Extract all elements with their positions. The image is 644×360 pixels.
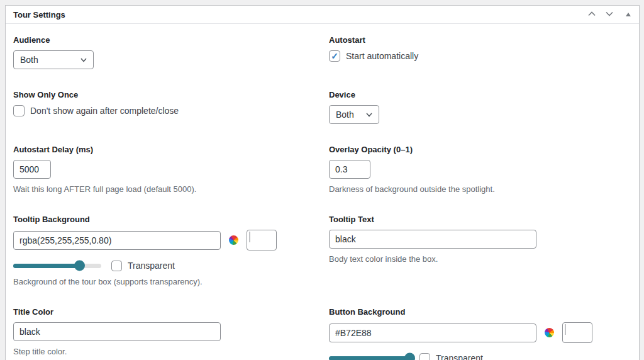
row-titlecolor-buttonbg: Title Color Step title color. Button Bac… [13, 307, 631, 360]
title-color-help: Step title color. [13, 347, 329, 356]
color-wheel-icon[interactable] [229, 235, 238, 245]
field-button-background: Button Background ✓ [329, 307, 631, 360]
metabox-handle-actions [585, 8, 633, 22]
overlay-opacity-help: Darkness of background outside the spotl… [329, 184, 631, 194]
button-background-label: Button Background [329, 307, 631, 317]
row-showonce-device: Show Only Once ✓ Don't show again after … [13, 90, 631, 124]
field-overlay-opacity: Overlay Opacity (0–1) Darkness of backgr… [329, 145, 631, 194]
slider-fill [329, 356, 409, 360]
tooltip-background-slider-row: ✓ Transparent [13, 260, 329, 271]
move-up-button[interactable] [585, 8, 599, 22]
field-autostart: Autostart ✓ Start automatically [329, 35, 631, 69]
metabox-header: Tour Settings [6, 6, 639, 24]
device-select-value: Both [336, 110, 354, 120]
metabox-body: Audience Both Autostart ✓ Start automati… [6, 24, 639, 360]
row-tooltipbg-tooltiptext: Tooltip Background ✓ [13, 215, 631, 286]
triangle-up-icon [625, 10, 631, 20]
button-background-transparent-checkbox[interactable]: ✓ [419, 353, 430, 360]
tooltip-text-label: Tooltip Text [329, 215, 631, 224]
slider-track[interactable] [13, 264, 101, 268]
device-select[interactable]: Both [329, 105, 379, 124]
panel-title: Tour Settings [13, 10, 65, 20]
autostart-delay-label: Autostart Delay (ms) [13, 145, 329, 154]
audience-label: Audience [13, 35, 329, 45]
device-label: Device [329, 90, 631, 99]
color-wheel-icon[interactable] [545, 328, 554, 337]
tooltip-background-transparent-row[interactable]: ✓ Transparent [111, 261, 175, 271]
audience-select-value: Both [20, 55, 38, 65]
button-background-input[interactable] [329, 323, 536, 342]
transparent-checkbox-label: Transparent [128, 261, 175, 271]
row-audience-autostart: Audience Both Autostart ✓ Start automati… [13, 35, 631, 69]
title-color-input[interactable] [13, 322, 221, 341]
show-only-once-checkbox[interactable]: ✓ [13, 105, 25, 116]
autostart-checkbox-row[interactable]: ✓ Start automatically [329, 50, 418, 62]
autostart-checkbox[interactable]: ✓ [329, 50, 340, 62]
show-only-once-label: Show Only Once [13, 90, 329, 99]
autostart-label: Autostart [329, 35, 631, 45]
field-title-color: Title Color Step title color. [13, 307, 329, 360]
show-only-once-checkbox-label: Don't show again after complete/close [30, 106, 179, 116]
field-tooltip-text: Tooltip Text Body text color inside the … [329, 215, 631, 286]
autostart-delay-help: Wait this long AFTER full page load (def… [13, 184, 329, 194]
toggle-panel-button[interactable] [624, 9, 633, 21]
slider-thumb[interactable] [74, 261, 85, 271]
autostart-checkbox-label: Start automatically [346, 51, 418, 61]
title-color-label: Title Color [13, 307, 329, 317]
move-down-button[interactable] [602, 8, 616, 22]
overlay-opacity-label: Overlay Opacity (0–1) [329, 145, 631, 154]
tour-settings-metabox: Tour Settings Audience [5, 5, 640, 360]
button-background-transparent-row[interactable]: ✓ Transparent [419, 353, 483, 360]
chevron-up-icon [586, 9, 597, 21]
field-autostart-delay: Autostart Delay (ms) Wait this long AFTE… [13, 145, 329, 194]
tooltip-background-opacity-slider[interactable] [13, 260, 101, 271]
select-chevron-icon [80, 56, 87, 64]
tooltip-text-input[interactable] [329, 230, 536, 249]
slider-thumb[interactable] [404, 353, 415, 360]
field-show-only-once: Show Only Once ✓ Don't show again after … [13, 90, 329, 124]
button-background-color-row [329, 322, 631, 343]
check-icon: ✓ [331, 52, 338, 60]
chevron-down-icon [604, 9, 615, 21]
tooltip-text-help: Body text color inside the box. [329, 254, 631, 264]
tooltip-background-swatch [247, 230, 277, 250]
button-background-slider-row: ✓ Transparent [329, 352, 631, 360]
button-background-opacity-slider[interactable] [329, 352, 409, 360]
row-delay-opacity: Autostart Delay (ms) Wait this long AFTE… [13, 145, 631, 194]
show-only-once-checkbox-row[interactable]: ✓ Don't show again after complete/close [13, 105, 179, 116]
tooltip-background-color-row [13, 230, 329, 250]
button-background-swatch [562, 322, 592, 343]
transparent-checkbox-label: Transparent [436, 353, 483, 360]
tooltip-background-help: Background of the tour box (supports tra… [13, 277, 329, 286]
autostart-delay-input[interactable] [13, 160, 51, 179]
field-device: Device Both [329, 90, 631, 124]
tooltip-background-input[interactable] [13, 231, 221, 250]
field-tooltip-background: Tooltip Background ✓ [13, 215, 329, 286]
field-audience: Audience Both [13, 35, 329, 69]
swatch-color [249, 232, 250, 242]
tooltip-background-label: Tooltip Background [13, 215, 329, 224]
audience-select[interactable]: Both [13, 50, 94, 69]
swatch-color [565, 324, 566, 335]
overlay-opacity-input[interactable] [329, 160, 370, 179]
tooltip-background-transparent-checkbox[interactable]: ✓ [111, 261, 122, 271]
select-chevron-icon [365, 111, 373, 118]
slider-fill [13, 264, 79, 268]
slider-track[interactable] [329, 356, 409, 360]
